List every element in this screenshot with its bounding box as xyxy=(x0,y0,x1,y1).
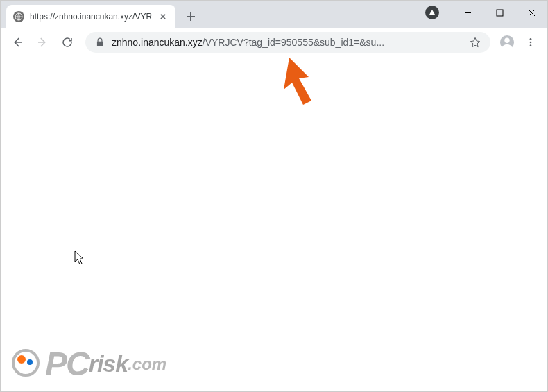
tab-title: https://znhno.inancukan.xyz/VYR xyxy=(30,12,152,22)
profile-button[interactable] xyxy=(497,33,517,52)
address-bar[interactable]: znhno.inancukan.xyz/VYRJCV?tag_id=950555… xyxy=(85,32,490,53)
pcrisk-disc-icon xyxy=(10,348,44,381)
new-tab-button[interactable] xyxy=(181,7,200,26)
svg-point-6 xyxy=(530,41,532,43)
svg-point-5 xyxy=(530,38,532,40)
page-content xyxy=(1,56,547,391)
url-path: /VYRJCV?tag_id=950555&sub_id1=&su... xyxy=(203,37,384,48)
bookmark-star-icon[interactable] xyxy=(470,37,481,48)
url-host: znhno.inancukan.xyz xyxy=(112,37,203,48)
forward-button[interactable] xyxy=(31,31,53,53)
extension-badge-icon[interactable] xyxy=(425,6,439,19)
tab-close-button[interactable] xyxy=(157,11,169,22)
tab-bar: https://znhno.inancukan.xyz/VYR xyxy=(1,1,547,28)
svg-rect-2 xyxy=(497,10,503,16)
kebab-menu-icon[interactable] xyxy=(520,31,542,53)
back-button[interactable] xyxy=(6,31,28,53)
svg-point-4 xyxy=(504,37,509,42)
watermark: PC risk .com xyxy=(10,345,166,383)
window-close-button[interactable] xyxy=(515,1,547,24)
svg-marker-1 xyxy=(429,10,435,15)
svg-point-7 xyxy=(530,44,532,46)
browser-tab[interactable]: https://znhno.inancukan.xyz/VYR xyxy=(6,5,175,28)
url-text: znhno.inancukan.xyz/VYRJCV?tag_id=950555… xyxy=(112,37,463,48)
reload-button[interactable] xyxy=(56,31,78,53)
watermark-com: .com xyxy=(128,355,166,374)
watermark-risk: risk xyxy=(89,350,128,377)
lock-icon xyxy=(95,37,105,47)
watermark-pc: PC xyxy=(45,345,89,383)
toolbar: znhno.inancukan.xyz/VYRJCV?tag_id=950555… xyxy=(1,28,547,56)
globe-icon xyxy=(13,11,24,22)
window-minimize-button[interactable] xyxy=(452,1,483,24)
window-controls xyxy=(425,1,547,24)
window-maximize-button[interactable] xyxy=(483,1,515,24)
